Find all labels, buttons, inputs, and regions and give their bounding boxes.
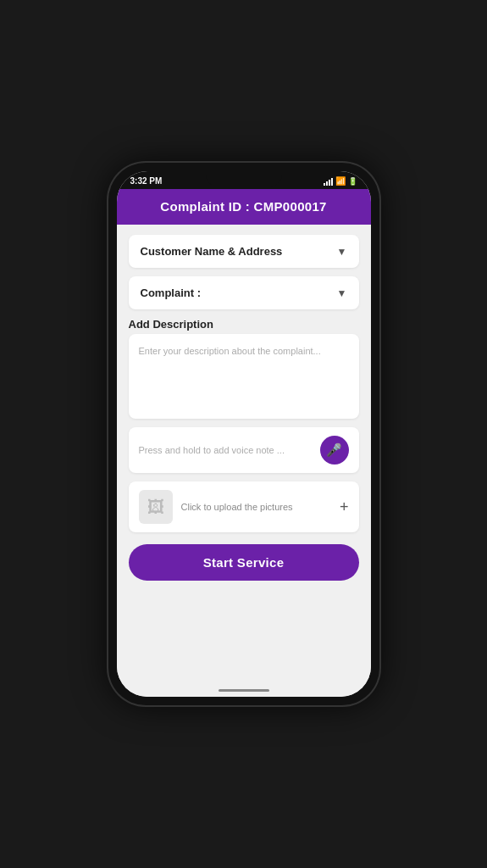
chevron-down-icon-2: ▼: [337, 287, 347, 299]
chevron-down-icon: ▼: [337, 246, 347, 258]
app-content: Customer Name & Address ▼ Complaint : ▼ …: [117, 225, 371, 683]
complaint-dropdown-label: Complaint :: [141, 287, 202, 299]
image-thumbnail: 🖼: [139, 490, 173, 524]
status-bar: 3:32 PM 📶 🔋: [117, 171, 371, 189]
add-icon: +: [340, 498, 349, 516]
app-header: Complaint ID : CMP000017: [117, 189, 371, 225]
description-label: Add Description: [129, 318, 359, 331]
image-icon: 🖼: [147, 498, 164, 517]
status-icons: 📶 🔋: [324, 176, 357, 186]
voice-note-placeholder: Press and hold to add voice note ...: [139, 445, 285, 455]
mic-button[interactable]: 🎤: [320, 436, 349, 465]
notch: [206, 171, 282, 186]
home-bar: [219, 689, 269, 692]
wifi-icon: 📶: [335, 176, 346, 186]
upload-label: Click to upload the pictures: [181, 502, 331, 512]
complaint-dropdown[interactable]: Complaint : ▼: [129, 276, 359, 309]
voice-note-row[interactable]: Press and hold to add voice note ... 🎤: [129, 427, 359, 473]
home-indicator: [117, 683, 371, 697]
signal-icon: [324, 177, 333, 186]
description-input[interactable]: Enter your description about the complai…: [129, 334, 359, 419]
phone-shell: 3:32 PM 📶 🔋 Complaint ID : CMP000017 Cus…: [108, 163, 379, 705]
upload-row[interactable]: 🖼 Click to upload the pictures +: [129, 481, 359, 532]
battery-icon: 🔋: [348, 177, 357, 186]
header-title: Complaint ID : CMP000017: [160, 199, 326, 214]
mic-icon: 🎤: [326, 442, 342, 458]
description-placeholder: Enter your description about the complai…: [139, 346, 321, 356]
status-time: 3:32 PM: [130, 176, 163, 186]
start-service-button[interactable]: Start Service: [129, 544, 359, 581]
description-section: Add Description Enter your description a…: [129, 318, 359, 419]
customer-dropdown[interactable]: Customer Name & Address ▼: [129, 235, 359, 268]
customer-dropdown-label: Customer Name & Address: [141, 245, 283, 258]
phone-inner: 3:32 PM 📶 🔋 Complaint ID : CMP000017 Cus…: [117, 171, 371, 697]
